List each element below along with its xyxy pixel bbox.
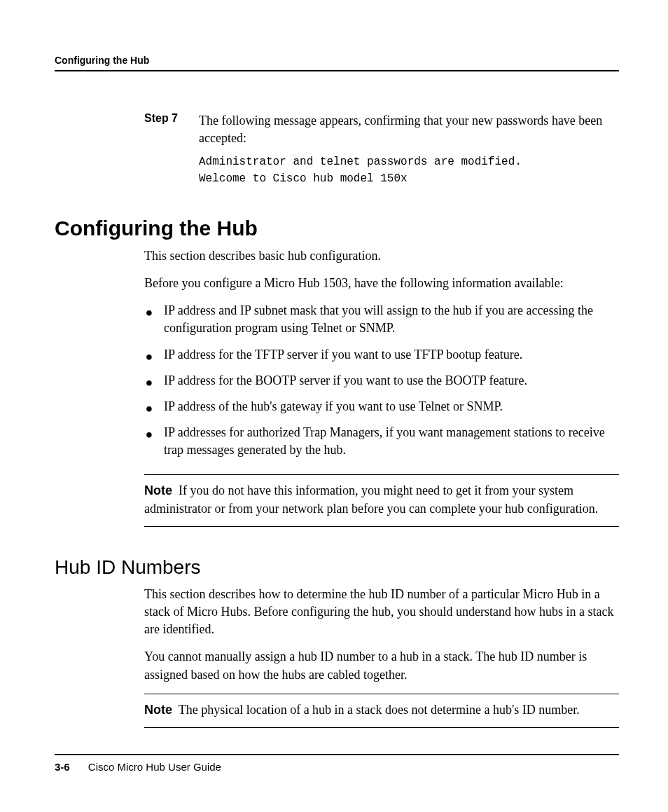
running-header: Configuring the Hub	[55, 55, 619, 71]
note-text: If you do not have this information, you…	[144, 483, 598, 515]
note-label: Note	[144, 483, 172, 497]
bullet-item: IP address for the BOOTP server if you w…	[144, 372, 619, 390]
bullet-item: IP address of the hub's gateway if you w…	[144, 398, 619, 415]
note-label: Note	[144, 703, 172, 717]
subsection-heading: Hub ID Numbers	[55, 556, 619, 579]
body-paragraph: Before you configure a Micro Hub 1503, h…	[144, 275, 619, 292]
code-block: Administrator and telnet passwords are m…	[199, 154, 619, 186]
code-line: Administrator and telnet passwords are m…	[199, 154, 619, 170]
section-heading: Configuring the Hub	[55, 216, 619, 240]
note-block: Note If you do not have this information…	[144, 474, 619, 526]
bullet-item: IP address for the TFTP server if you wa…	[144, 346, 619, 364]
step-text: The following message appears, confirmin…	[199, 112, 619, 147]
note-text: The physical location of a hub in a stac…	[179, 703, 580, 717]
page-number: 3-6	[55, 761, 70, 773]
bullet-item: IP address and IP subnet mask that you w…	[144, 302, 619, 337]
body-paragraph: This section describes how to determine …	[144, 586, 619, 639]
note-block: Note The physical location of a hub in a…	[144, 694, 619, 728]
body-paragraph: This section describes basic hub configu…	[144, 247, 619, 265]
step-label: Step 7	[144, 112, 199, 147]
step-block: Step 7 The following message appears, co…	[144, 112, 619, 147]
page-footer: 3-6 Cisco Micro Hub User Guide	[55, 754, 619, 773]
bullet-item: IP addresses for authorized Trap Manager…	[144, 424, 619, 459]
body-paragraph: You cannot manually assign a hub ID numb…	[144, 648, 619, 683]
bullet-list: IP address and IP subnet mask that you w…	[144, 302, 619, 459]
code-line: Welcome to Cisco hub model 150x	[199, 171, 619, 187]
guide-title: Cisco Micro Hub User Guide	[88, 761, 221, 773]
